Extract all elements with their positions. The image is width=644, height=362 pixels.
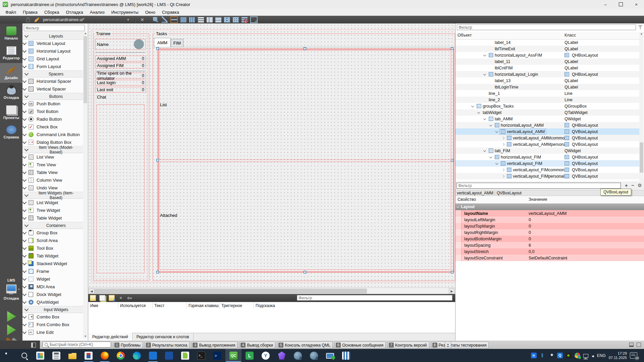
edit-tab-order-icon[interactable] [180, 17, 186, 22]
obsidian[interactable] [274, 349, 290, 362]
widget-tree-widget[interactable]: Tree Widget [22, 206, 84, 214]
visual-studio[interactable] [338, 349, 354, 362]
widget-radio-button[interactable]: Radio Button [22, 115, 84, 123]
tree-expand-icon[interactable] [500, 135, 506, 141]
configure-actions-icon[interactable] [127, 295, 132, 301]
secure-pc-app[interactable] [322, 349, 338, 362]
widget-horizontal-spacer[interactable]: Horizontal Spacer [22, 77, 84, 85]
tab-action-editor[interactable]: Редактор действий [88, 333, 132, 341]
property-row[interactable]: layoutBottomMargin 0 [455, 236, 644, 242]
locator-search[interactable]: Быстрый поиск (Ctrl+K) [43, 342, 111, 348]
security-icon[interactable] [575, 353, 580, 358]
menu-tools[interactable]: Инструменты [108, 9, 142, 16]
widget-box-scrollbar[interactable]: ▲ ▼ [83, 32, 88, 339]
tree-expand-icon[interactable] [482, 148, 488, 154]
widgets-app[interactable] [32, 349, 48, 362]
file-explorer[interactable] [64, 349, 80, 362]
debug-button[interactable] [6, 324, 17, 335]
widget-table-view[interactable]: Table View [22, 169, 84, 176]
tree-expand-icon[interactable] [488, 123, 494, 128]
mode-edit[interactable]: Редактор [0, 43, 22, 63]
tree-expand-icon[interactable] [488, 40, 494, 45]
mode-help[interactable]: Справка [0, 122, 22, 142]
widget-horizontal-layout[interactable]: Horizontal Layout [22, 47, 84, 55]
object-tree-row[interactable]: verticalLayout_FIM QVBoxLayout [455, 160, 640, 167]
widget-group-box[interactable]: Group Box [22, 229, 84, 237]
copy-action-icon[interactable] [99, 295, 105, 301]
widget-form-layout[interactable]: Form Layout [22, 63, 84, 70]
object-tree-row[interactable]: lblLoginTime QLabel [455, 84, 640, 90]
object-tree-scrollbar[interactable]: ▲ ▼ [639, 32, 644, 203]
pane-toggle-icon[interactable] [637, 343, 641, 347]
action-column-header[interactable]: Горячая клавиш [189, 303, 219, 308]
widget-command-link-button[interactable]: Command Link Button [22, 131, 84, 138]
tree-expand-icon[interactable] [500, 174, 506, 179]
tree-expand-icon[interactable] [494, 161, 500, 166]
widget-tree-view[interactable]: Tree View [22, 161, 84, 169]
layout-vertical-splitter-icon[interactable] [215, 17, 221, 22]
pane-qml-debugger-console[interactable]: 5 Консоль отладчика QML [277, 342, 333, 349]
tree-expand-icon[interactable] [488, 78, 494, 83]
object-tree-row[interactable]: line_1 Line [455, 90, 640, 97]
taskbar-search-button[interactable] [16, 349, 32, 362]
break-layout-icon[interactable] [241, 17, 248, 22]
object-tree-row[interactable]: tab_AMM QWidget [455, 116, 640, 122]
lms-app[interactable] [241, 349, 258, 362]
tree-expand-icon[interactable] [470, 104, 476, 109]
widget-line-edit[interactable]: Line Edit [22, 328, 84, 336]
chat-area[interactable] [97, 104, 145, 273]
network-icon[interactable] [583, 354, 588, 358]
notepad-app[interactable] [177, 349, 193, 362]
document-dropdown-icon[interactable]: ▼ [126, 18, 129, 21]
menu-build[interactable]: Сборка [41, 9, 63, 16]
edit-action-icon[interactable] [109, 295, 115, 301]
widget-mdi-area[interactable]: MDI Area [22, 283, 84, 291]
menu-analyze[interactable]: Анализ [87, 9, 108, 16]
pane-general-messages[interactable]: 6 Основные сообщения [335, 342, 386, 349]
action-column-header[interactable]: Текст [154, 303, 164, 308]
tree-expand-icon[interactable] [482, 97, 488, 103]
edge[interactable] [129, 349, 145, 362]
layout-horizontally-icon[interactable] [189, 17, 195, 22]
tree-expand-icon[interactable] [482, 72, 488, 77]
cmd[interactable] [193, 349, 209, 362]
toggle-sidebar-icon[interactable] [31, 343, 36, 348]
run-button[interactable] [6, 311, 17, 322]
amm-common-layout[interactable] [159, 50, 451, 160]
menu-edit[interactable]: Правка [19, 9, 41, 16]
edit-buddies-icon[interactable] [170, 16, 178, 23]
object-tree[interactable]: label_14 QLabel lblTimeExit QLabel horiz… [455, 39, 640, 179]
widget-vertical-spacer[interactable]: Vertical Spacer [22, 85, 84, 93]
pane-search-results[interactable]: 2 Результаты поиска [145, 342, 190, 349]
widget-box-filter-input[interactable] [24, 25, 85, 31]
tree-expand-icon[interactable] [488, 84, 494, 90]
section-containers[interactable]: Containers [22, 222, 84, 229]
tree-expand-icon[interactable] [476, 110, 482, 115]
object-tree-row[interactable]: horizontalLayout_AMM QHBoxLayout [455, 122, 640, 128]
volume-icon[interactable] [592, 355, 594, 358]
menu-debug[interactable]: Отладка [62, 9, 86, 16]
section-input-widgets[interactable]: Input Widgets [22, 306, 84, 313]
widget-push-button[interactable]: Push Button [22, 100, 84, 108]
tray-q-app[interactable] [557, 353, 563, 358]
property-row[interactable]: layoutStretch 0,0 [455, 248, 644, 255]
pane-version-control[interactable]: 7 Контроль версий [388, 342, 429, 349]
mode-welcome[interactable]: Начало [0, 23, 22, 43]
open-document-selector[interactable]: personalcardtrainee.ui* [41, 17, 86, 22]
tree-expand-icon[interactable] [488, 59, 494, 64]
widget-vertical-layout[interactable]: Vertical Layout [22, 40, 84, 47]
property-settings-icon[interactable]: ⚙ [638, 183, 642, 188]
edit-widgets-icon[interactable] [153, 17, 159, 22]
maximize-button[interactable] [613, 0, 629, 9]
object-tree-row[interactable]: lblTimeExit QLabel [455, 46, 640, 52]
selection-handle[interactable] [156, 47, 159, 50]
object-tree-row[interactable]: verticalLayout_FIMpersonal QVBoxLayout [455, 173, 640, 179]
object-tree-row[interactable]: verticalLayout_AMMcommon QVBoxLayout [455, 135, 640, 141]
object-tree-row[interactable]: line_2 Line [455, 97, 640, 103]
property-section-header[interactable]: Layout [455, 203, 644, 210]
edit-signals-slots-icon[interactable] [162, 16, 168, 23]
scroll-right-icon[interactable]: ▶ [449, 288, 455, 294]
trainee-stat-row[interactable]: Assigned AMM0 [95, 56, 146, 61]
section-item-views[interactable]: Item Views (Model-Based) [22, 146, 84, 153]
steam-icon[interactable] [548, 353, 554, 358]
